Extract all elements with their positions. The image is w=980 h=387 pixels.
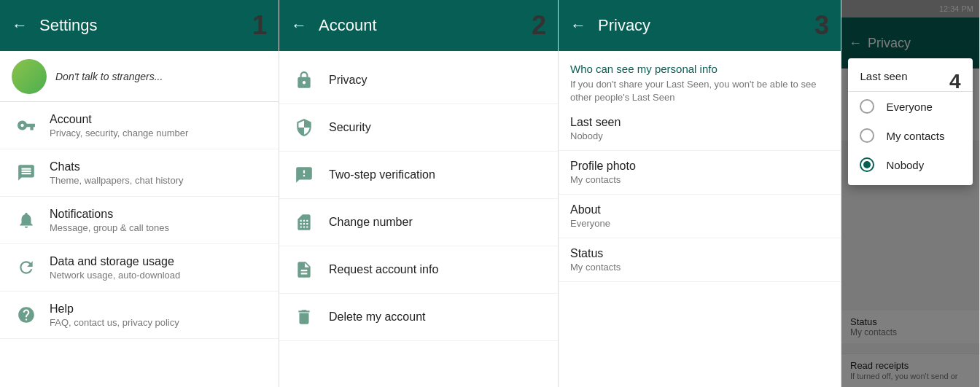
radio-inner-nobody	[863, 161, 871, 168]
privacy-title: Privacy	[598, 16, 809, 35]
status-title: Status	[570, 247, 829, 260]
dialog-title: Last seen 4	[848, 70, 972, 92]
notifications-title: Notifications	[50, 208, 169, 221]
settings-item-account[interactable]: Account Privacy, security, change number	[0, 102, 279, 149]
privacy-num: 3	[814, 10, 829, 41]
two-step-label: Two-step verification	[329, 168, 435, 181]
menu-item-two-step[interactable]: Two-step verification	[279, 152, 558, 199]
settings-item-chats[interactable]: Chats Theme, wallpapers, chat history	[0, 149, 279, 197]
menu-item-privacy[interactable]: Privacy	[279, 57, 558, 104]
chats-subtitle: Theme, wallpapers, chat history	[50, 175, 184, 186]
radio-item-my-contacts[interactable]: My contacts	[848, 121, 972, 150]
dots-icon	[291, 162, 317, 188]
privacy-back-arrow[interactable]: ←	[570, 16, 586, 35]
change-number-label: Change number	[329, 216, 413, 229]
last-seen-dialog: Last seen 4 Everyone My contacts Nobody	[848, 58, 972, 185]
help-title: Help	[50, 302, 179, 316]
account-panel: ← Account 2 Privacy Security Two-step ve…	[279, 0, 559, 387]
settings-panel: ← Settings 1 Don't talk to strangers... …	[0, 0, 279, 387]
settings-header: ← Settings 1	[0, 0, 279, 51]
account-text: Account Privacy, security, change number	[50, 113, 188, 138]
chat-icon	[12, 158, 41, 187]
help-icon	[12, 300, 41, 329]
security-label: Security	[329, 121, 371, 134]
bell-icon	[12, 206, 41, 235]
privacy-overlay-panel: 12:34 PM ← Privacy Who can see my person…	[841, 0, 980, 387]
dialog-num: 4	[949, 70, 961, 93]
radio-label-everyone: Everyone	[886, 101, 932, 113]
trash-icon	[291, 304, 317, 330]
about-title: About	[570, 203, 829, 216]
data-text: Data and storage usage Network usage, au…	[50, 255, 180, 281]
dialog-overlay: Last seen 4 Everyone My contacts Nobody	[841, 0, 979, 387]
radio-label-my-contacts: My contacts	[886, 130, 944, 142]
shield-icon	[291, 114, 317, 141]
settings-num: 1	[252, 10, 267, 41]
radio-label-nobody: Nobody	[886, 159, 924, 171]
about-value: Everyone	[570, 218, 829, 229]
request-info-label: Request account info	[329, 263, 438, 276]
profile-photo-title: Profile photo	[570, 160, 829, 173]
privacy-item-profile-photo[interactable]: Profile photo My contacts	[559, 151, 841, 195]
avatar	[12, 59, 47, 94]
privacy-item-status[interactable]: Status My contacts	[559, 238, 841, 282]
chats-title: Chats	[50, 160, 184, 173]
profile-name: Don't talk to strangers...	[55, 71, 163, 82]
doc-icon	[291, 257, 317, 283]
privacy-item-about[interactable]: About Everyone	[559, 195, 841, 238]
delete-account-label: Delete my account	[329, 310, 426, 324]
notifications-subtitle: Message, group & call tones	[50, 222, 169, 233]
account-header: ← Account 2	[279, 0, 558, 51]
help-subtitle: FAQ, contact us, privacy policy	[50, 317, 179, 328]
data-title: Data and storage usage	[50, 255, 180, 268]
privacy-section-header: Who can see my personal info If you don'…	[559, 51, 841, 107]
lock-icon	[291, 67, 317, 93]
refresh-icon	[12, 253, 41, 282]
help-text: Help FAQ, contact us, privacy policy	[50, 302, 179, 328]
account-title: Account	[50, 113, 188, 126]
privacy-list: Last seen Nobody Profile photo My contac…	[559, 107, 841, 387]
menu-item-change-number[interactable]: Change number	[279, 199, 558, 246]
settings-item-notifications[interactable]: Notifications Message, group & call tone…	[0, 197, 279, 244]
radio-item-nobody[interactable]: Nobody	[848, 150, 972, 179]
account-back-arrow[interactable]: ←	[291, 16, 307, 35]
settings-profile[interactable]: Don't talk to strangers...	[0, 51, 279, 102]
privacy-section-desc: If you don't share your Last Seen, you w…	[570, 78, 829, 104]
menu-item-delete-account[interactable]: Delete my account	[279, 294, 558, 341]
privacy-label: Privacy	[329, 74, 367, 87]
account-menu-list: Privacy Security Two-step verification C…	[279, 51, 558, 387]
radio-circle-everyone	[860, 99, 874, 114]
radio-item-everyone[interactable]: Everyone	[848, 92, 949, 121]
radio-circle-nobody	[860, 157, 874, 172]
account-num: 2	[532, 10, 546, 41]
profile-photo-value: My contacts	[570, 174, 829, 185]
privacy-item-last-seen[interactable]: Last seen Nobody	[559, 107, 841, 151]
settings-title: Settings	[39, 16, 246, 35]
notifications-text: Notifications Message, group & call tone…	[50, 208, 169, 233]
privacy-section-title: Who can see my personal info	[570, 63, 829, 75]
account-title: Account	[319, 16, 526, 35]
sim-icon	[291, 209, 317, 235]
settings-list: Account Privacy, security, change number…	[0, 102, 279, 387]
chats-text: Chats Theme, wallpapers, chat history	[50, 160, 184, 186]
radio-circle-my-contacts	[860, 128, 874, 143]
key-icon	[12, 111, 41, 140]
settings-back-arrow[interactable]: ←	[12, 16, 28, 35]
menu-item-request-info[interactable]: Request account info	[279, 246, 558, 294]
menu-item-security[interactable]: Security	[279, 104, 558, 152]
data-subtitle: Network usage, auto-download	[50, 270, 180, 281]
privacy-header: ← Privacy 3	[559, 0, 841, 51]
privacy-panel: ← Privacy 3 Who can see my personal info…	[559, 0, 841, 387]
last-seen-title: Last seen	[570, 116, 829, 129]
settings-item-help[interactable]: Help FAQ, contact us, privacy policy	[0, 292, 279, 339]
settings-item-data[interactable]: Data and storage usage Network usage, au…	[0, 244, 279, 292]
account-subtitle: Privacy, security, change number	[50, 128, 188, 138]
status-value: My contacts	[570, 262, 829, 273]
last-seen-value: Nobody	[570, 130, 829, 141]
